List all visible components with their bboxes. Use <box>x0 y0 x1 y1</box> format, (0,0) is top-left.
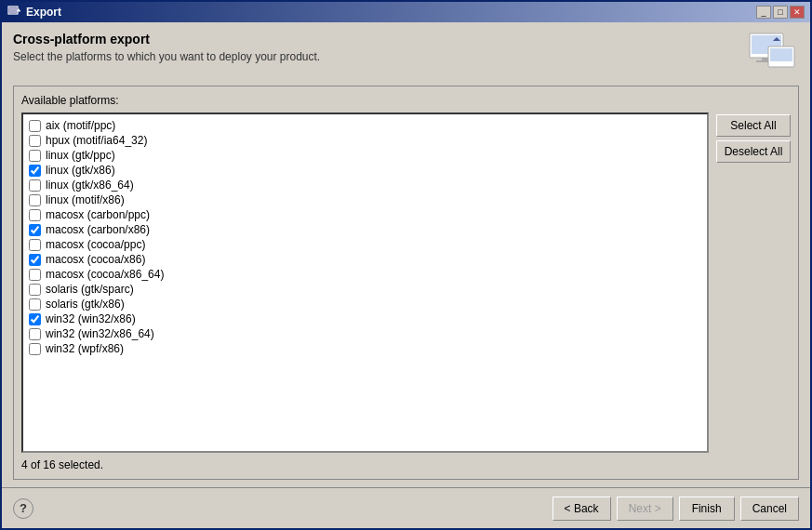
titlebar-left: Export <box>7 5 61 20</box>
bottom-bar: ? < Back Next > Finish Cancel <box>2 487 810 528</box>
header-image <box>745 32 799 76</box>
platform-checkbox[interactable] <box>29 224 41 236</box>
platform-checkbox[interactable] <box>29 135 41 147</box>
platform-checkbox[interactable] <box>29 284 41 296</box>
platforms-area: aix (motif/ppc)hpux (motif/ia64_32)linux… <box>21 113 791 453</box>
titlebar: Export _ □ ✕ <box>2 2 810 22</box>
platform-label: solaris (gtk/x86) <box>46 298 125 311</box>
platform-label: macosx (cocoa/x86) <box>46 253 145 266</box>
export-icon <box>7 5 22 20</box>
close-button[interactable]: ✕ <box>790 6 805 19</box>
platform-label: aix (motif/ppc) <box>46 119 115 132</box>
export-window: Export _ □ ✕ Cross-platform export Selec… <box>0 0 812 530</box>
platform-checkbox[interactable] <box>29 269 41 281</box>
platforms-list[interactable]: aix (motif/ppc)hpux (motif/ia64_32)linux… <box>21 113 709 453</box>
platform-checkbox[interactable] <box>29 298 41 311</box>
platform-label: linux (gtk/ppc) <box>46 149 115 162</box>
deselect-all-button[interactable]: Deselect All <box>716 140 791 163</box>
platform-checkbox[interactable] <box>29 179 41 192</box>
list-item[interactable]: macosx (carbon/ppc) <box>25 207 705 222</box>
list-item[interactable]: linux (gtk/ppc) <box>25 148 705 163</box>
help-button[interactable]: ? <box>13 498 33 519</box>
platform-checkbox[interactable] <box>29 209 41 221</box>
platforms-label: Available platforms: <box>21 94 791 107</box>
panel-wrapper: Available platforms: aix (motif/ppc)hpux… <box>13 86 799 480</box>
page-subtitle: Select the platforms to which you want t… <box>13 50 745 63</box>
list-item[interactable]: hpux (motif/ia64_32) <box>25 133 705 148</box>
window-title: Export <box>26 6 61 19</box>
next-button[interactable]: Next > <box>617 497 673 521</box>
platform-label: linux (gtk/x86) <box>46 164 115 177</box>
list-item[interactable]: linux (gtk/x86) <box>25 163 705 178</box>
status-text: 4 of 16 selected. <box>21 458 791 471</box>
list-item[interactable]: solaris (gtk/x86) <box>25 297 705 311</box>
platform-checkbox[interactable] <box>29 313 41 325</box>
platform-label: linux (gtk/x86_64) <box>46 179 134 192</box>
maximize-button[interactable]: □ <box>773 6 788 19</box>
platform-label: macosx (carbon/ppc) <box>46 208 150 221</box>
minimize-button[interactable]: _ <box>756 6 771 19</box>
list-item[interactable]: aix (motif/ppc) <box>25 118 705 133</box>
platform-checkbox[interactable] <box>29 254 41 266</box>
content-area: Cross-platform export Select the platfor… <box>2 22 810 487</box>
header-section: Cross-platform export Select the platfor… <box>13 32 799 76</box>
list-item[interactable]: macosx (carbon/x86) <box>25 222 705 237</box>
titlebar-buttons: _ □ ✕ <box>756 6 805 19</box>
platform-checkbox[interactable] <box>29 120 41 132</box>
platform-label: win32 (win32/x86) <box>46 312 136 325</box>
list-item[interactable]: macosx (cocoa/ppc) <box>25 237 705 252</box>
header-text: Cross-platform export Select the platfor… <box>13 32 745 63</box>
platform-label: win32 (win32/x86_64) <box>46 327 154 340</box>
platform-label: win32 (wpf/x86) <box>46 342 124 355</box>
list-item[interactable]: win32 (wpf/x86) <box>25 341 705 356</box>
platform-checkbox[interactable] <box>29 165 41 177</box>
bottom-left: ? <box>13 498 33 519</box>
cancel-button[interactable]: Cancel <box>740 497 799 521</box>
platform-label: solaris (gtk/sparc) <box>46 283 134 296</box>
list-item[interactable]: macosx (cocoa/x86) <box>25 252 705 267</box>
platform-label: macosx (carbon/x86) <box>46 223 150 236</box>
list-item[interactable]: solaris (gtk/sparc) <box>25 282 705 297</box>
platform-checkbox[interactable] <box>29 239 41 251</box>
panel-content: Available platforms: aix (motif/ppc)hpux… <box>14 86 798 479</box>
page-title: Cross-platform export <box>13 32 745 46</box>
back-button[interactable]: < Back <box>552 497 611 521</box>
list-item[interactable]: macosx (cocoa/x86_64) <box>25 267 705 282</box>
finish-button[interactable]: Finish <box>679 497 735 521</box>
list-item[interactable]: win32 (win32/x86_64) <box>25 326 705 341</box>
bottom-right: < Back Next > Finish Cancel <box>552 497 799 521</box>
header-icon <box>745 32 801 78</box>
platform-checkbox[interactable] <box>29 194 41 206</box>
list-item[interactable]: win32 (win32/x86) <box>25 311 705 326</box>
platform-label: macosx (cocoa/x86_64) <box>46 268 164 281</box>
platform-checkbox[interactable] <box>29 328 41 340</box>
side-buttons: Select All Deselect All <box>716 113 791 453</box>
select-all-button[interactable]: Select All <box>716 114 791 137</box>
platform-label: hpux (motif/ia64_32) <box>46 134 147 147</box>
platform-checkbox[interactable] <box>29 343 41 355</box>
svg-rect-1 <box>9 7 17 13</box>
platform-checkbox[interactable] <box>29 150 41 162</box>
platform-label: macosx (cocoa/ppc) <box>46 238 145 251</box>
list-item[interactable]: linux (motif/x86) <box>25 192 705 207</box>
svg-rect-9 <box>770 48 792 61</box>
platform-label: linux (motif/x86) <box>46 193 125 206</box>
list-item[interactable]: linux (gtk/x86_64) <box>25 178 705 192</box>
